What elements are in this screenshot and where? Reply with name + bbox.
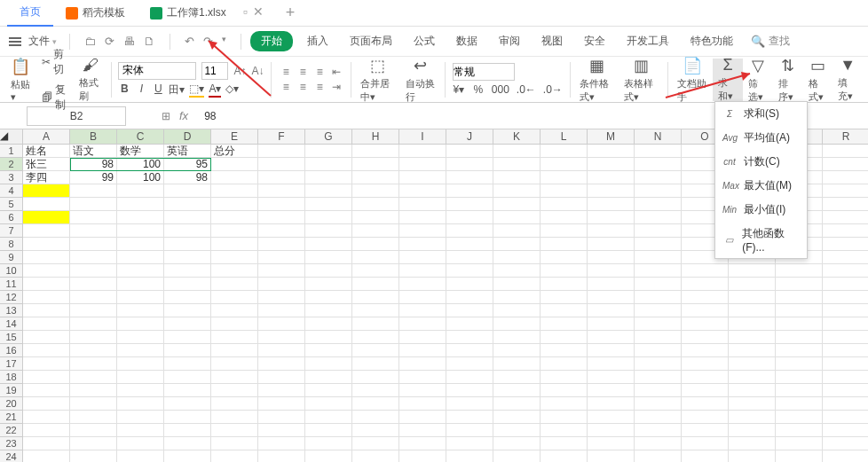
cell-J8[interactable] — [446, 238, 493, 251]
cell-M16[interactable] — [588, 344, 635, 357]
cell-A24[interactable] — [23, 450, 70, 462]
cell-J22[interactable] — [446, 424, 493, 437]
cell-R7[interactable] — [823, 224, 868, 238]
cell-J2[interactable] — [446, 158, 493, 171]
cell-R18[interactable] — [823, 371, 868, 384]
cell-B17[interactable] — [70, 357, 117, 371]
cell-C19[interactable] — [117, 384, 164, 397]
cond-format-button[interactable]: ▦ 条件格式▾ — [574, 59, 619, 101]
cell-N8[interactable] — [635, 238, 682, 251]
cell-L5[interactable] — [541, 198, 588, 211]
cell-I12[interactable] — [399, 291, 446, 304]
cell-K6[interactable] — [493, 211, 541, 224]
cell-F8[interactable] — [258, 238, 305, 251]
row-header-21[interactable]: 21 — [0, 411, 23, 424]
cell-H2[interactable] — [352, 158, 399, 171]
cell-L21[interactable] — [541, 411, 588, 424]
cell-Q13[interactable] — [776, 304, 823, 317]
col-header-F[interactable]: F — [258, 129, 305, 145]
cell-C13[interactable] — [117, 304, 164, 317]
cell-L15[interactable] — [541, 331, 588, 344]
cell-A10[interactable] — [23, 264, 70, 278]
menu-layout[interactable]: 页面布局 — [343, 31, 399, 51]
cell-C17[interactable] — [117, 357, 164, 371]
cell-G2[interactable] — [305, 158, 352, 171]
cell-B1[interactable]: 语文 — [70, 145, 117, 158]
col-header-N[interactable]: N — [635, 129, 682, 145]
cell-D5[interactable] — [164, 198, 211, 211]
cell-K5[interactable] — [493, 198, 541, 211]
cell-B4[interactable] — [70, 184, 117, 198]
cell-G22[interactable] — [305, 424, 352, 437]
cell-A7[interactable] — [23, 224, 70, 238]
cell-M2[interactable] — [588, 158, 635, 171]
cell-R13[interactable] — [823, 304, 868, 317]
cell-F12[interactable] — [258, 291, 305, 304]
cell-A8[interactable] — [23, 238, 70, 251]
cell-H5[interactable] — [352, 198, 399, 211]
cell-A3[interactable]: 李四 — [23, 171, 70, 184]
cell-Q24[interactable] — [776, 450, 823, 462]
sum-button[interactable]: Σ 求和▾ — [713, 59, 743, 101]
cell-E9[interactable] — [211, 251, 258, 264]
cell-H10[interactable] — [352, 264, 399, 278]
cell-O19[interactable] — [682, 384, 729, 397]
cell-M6[interactable] — [588, 211, 635, 224]
font-shrink-icon[interactable]: A↓ — [251, 65, 264, 77]
cell-D1[interactable]: 英语 — [164, 145, 211, 158]
cell-M9[interactable] — [588, 251, 635, 264]
cell-K19[interactable] — [493, 384, 541, 397]
cell-E20[interactable] — [211, 397, 258, 411]
cell-G16[interactable] — [305, 344, 352, 357]
cell-L9[interactable] — [541, 251, 588, 264]
cell-R6[interactable] — [823, 211, 868, 224]
cell-J18[interactable] — [446, 371, 493, 384]
col-header-G[interactable]: G — [305, 129, 352, 145]
cell-E19[interactable] — [211, 384, 258, 397]
cell-D9[interactable] — [164, 251, 211, 264]
cell-K14[interactable] — [493, 317, 541, 331]
cell-I11[interactable] — [399, 278, 446, 291]
cell-J13[interactable] — [446, 304, 493, 317]
cell-K23[interactable] — [493, 437, 541, 450]
cell-C6[interactable] — [117, 211, 164, 224]
filter-button[interactable]: ▽ 筛选▾ — [743, 59, 773, 101]
col-header-D[interactable]: D — [164, 129, 211, 145]
fx-label-icon[interactable]: fx — [179, 109, 188, 122]
cell-J19[interactable] — [446, 384, 493, 397]
cell-E3[interactable] — [211, 171, 258, 184]
cell-F21[interactable] — [258, 411, 305, 424]
cell-P24[interactable] — [729, 450, 776, 462]
cell-B2[interactable]: 98 — [70, 158, 117, 171]
cell-I20[interactable] — [399, 397, 446, 411]
cell-K18[interactable] — [493, 371, 541, 384]
cell-N4[interactable] — [635, 184, 682, 198]
cell-D23[interactable] — [164, 437, 211, 450]
cell-E4[interactable] — [211, 184, 258, 198]
cell-B5[interactable] — [70, 198, 117, 211]
cell-L12[interactable] — [541, 291, 588, 304]
cell-N15[interactable] — [635, 331, 682, 344]
cell-M1[interactable] — [588, 145, 635, 158]
dd-max[interactable]: Max最大值(M) — [715, 174, 807, 198]
history-icon[interactable]: ▾ — [222, 35, 226, 48]
cell-H9[interactable] — [352, 251, 399, 264]
cell-R17[interactable] — [823, 357, 868, 371]
cell-A5[interactable] — [23, 198, 70, 211]
cell-J12[interactable] — [446, 291, 493, 304]
cell-J21[interactable] — [446, 411, 493, 424]
cell-K11[interactable] — [493, 278, 541, 291]
clear-format-button[interactable]: ◇▾ — [225, 82, 239, 98]
cell-D19[interactable] — [164, 384, 211, 397]
cell-E22[interactable] — [211, 424, 258, 437]
dd-other[interactable]: ▭其他函数(F)... — [715, 222, 807, 258]
cell-P13[interactable] — [729, 304, 776, 317]
dd-min[interactable]: Min最小值(I) — [715, 198, 807, 222]
cell-I21[interactable] — [399, 411, 446, 424]
cell-Q14[interactable] — [776, 317, 823, 331]
cell-K12[interactable] — [493, 291, 541, 304]
cell-D7[interactable] — [164, 224, 211, 238]
cell-G11[interactable] — [305, 278, 352, 291]
cell-J4[interactable] — [446, 184, 493, 198]
cell-M10[interactable] — [588, 264, 635, 278]
